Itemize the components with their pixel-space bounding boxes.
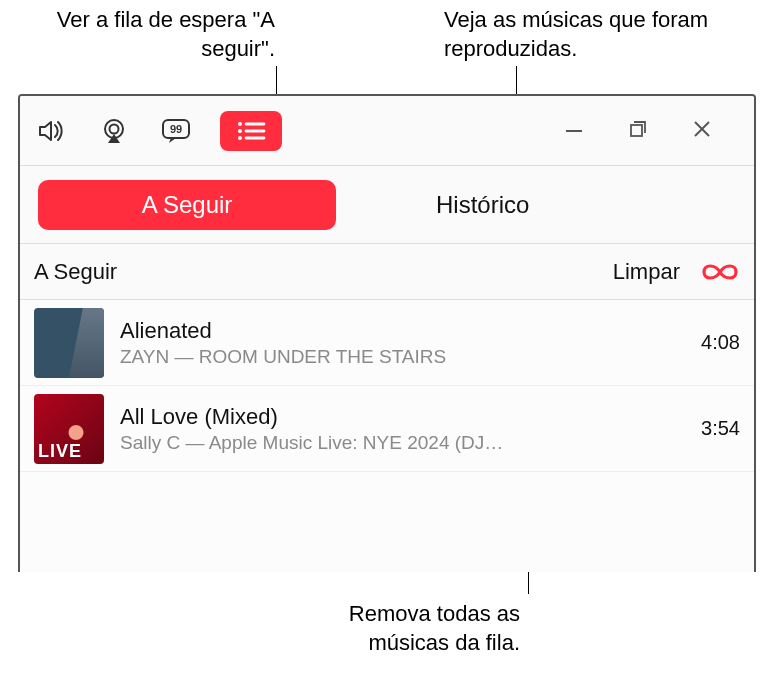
svg-marker-0 [40,122,51,140]
queue-tabs: A Seguir Histórico [20,166,754,244]
volume-icon[interactable] [34,113,70,149]
track-artwork [34,394,104,464]
track-list: Alienated ZAYN — ROOM UNDER THE STAIRS 4… [20,300,754,472]
queue-button[interactable] [220,111,282,151]
track-info: All Love (Mixed) Sally C — Apple Music L… [120,404,687,454]
track-artwork [34,308,104,378]
maximize-button[interactable] [628,119,648,143]
track-duration: 3:54 [701,417,740,440]
tab-up-next[interactable]: A Seguir [38,180,336,230]
track-row[interactable]: All Love (Mixed) Sally C — Apple Music L… [20,386,754,472]
window-controls [564,119,740,143]
svg-marker-3 [108,134,120,143]
svg-point-11 [238,136,242,140]
track-row[interactable]: Alienated ZAYN — ROOM UNDER THE STAIRS 4… [20,300,754,386]
svg-text:99: 99 [170,123,182,135]
tab-up-next-label: A Seguir [142,191,233,219]
svg-point-9 [238,122,242,126]
tab-history[interactable]: Histórico [436,191,529,219]
track-subtitle: Sally C — Apple Music Live: NYE 2024 (DJ… [120,432,687,454]
minimize-button[interactable] [564,119,584,143]
track-title: All Love (Mixed) [120,404,687,430]
lyrics-icon[interactable]: 99 [158,113,194,149]
airplay-icon[interactable] [96,113,132,149]
track-duration: 4:08 [701,331,740,354]
svg-point-10 [238,129,242,133]
tab-history-label: Histórico [436,191,529,218]
track-info: Alienated ZAYN — ROOM UNDER THE STAIRS [120,318,687,368]
track-title: Alienated [120,318,687,344]
track-subtitle: ZAYN — ROOM UNDER THE STAIRS [120,346,687,368]
callout-clear: Remova todas as músicas da fila. [290,600,520,657]
section-title: A Seguir [34,259,117,285]
close-button[interactable] [692,119,712,143]
autoplay-infinity-button[interactable] [700,261,740,283]
clear-queue-button[interactable]: Limpar [613,259,680,285]
callout-history: Veja as músicas que foram reproduzidas. [444,6,764,63]
svg-point-2 [110,124,119,133]
clear-queue-label: Limpar [613,259,680,284]
music-queue-panel: 99 [18,94,756,572]
section-header: A Seguir Limpar [20,244,754,300]
callout-queue: Ver a fila de espera "A seguir". [50,6,275,63]
toolbar: 99 [20,96,754,166]
svg-rect-13 [631,125,642,136]
